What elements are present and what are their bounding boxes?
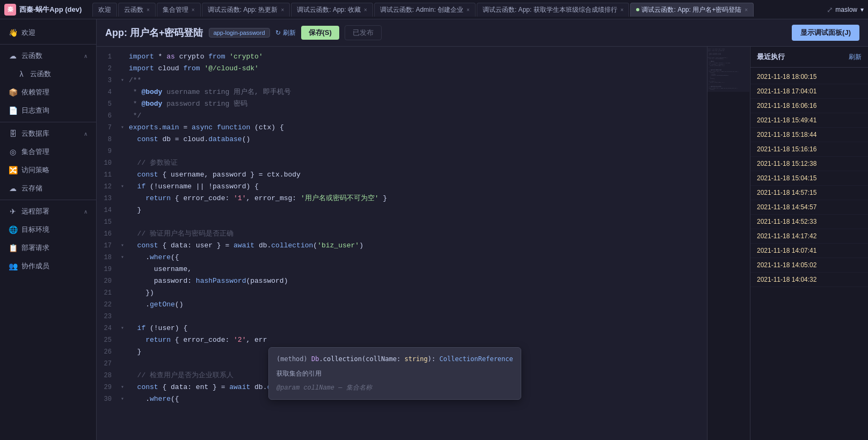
code-editor[interactable]: 1import * as crypto from 'crypto'2import… [97,47,707,440]
execution-item[interactable]: 2021-11-18 16:06:16 [750,99,868,113]
tab-close-icon[interactable]: × [621,7,624,13]
sidebar-item-cloud-fn-sub[interactable]: λ 云函数 [0,65,96,83]
sidebar-item-deps[interactable]: 📦 依赖管理 [0,83,96,101]
execution-item[interactable]: 2021-11-18 15:49:41 [750,113,868,128]
execution-item[interactable]: 2021-11-18 18:00:15 [750,70,868,84]
tab-debug-login[interactable]: 调试云函数: App: 用户名+密码登陆× [630,3,754,17]
tab-close-icon[interactable]: × [281,7,284,13]
sidebar-icon-remote-deploy: ✈ [9,207,17,216]
save-button[interactable]: 保存(S) [301,26,339,40]
tab-welcome[interactable]: 欢迎 [92,3,117,17]
sidebar-item-collaborators[interactable]: 👥 协作成员 [0,257,96,275]
user-area[interactable]: maslow ▾ [835,6,864,13]
code-line: 8 const db = cloud.database() [97,134,707,145]
line-number: 20 [97,275,118,287]
execution-item[interactable]: 2021-11-18 17:04:01 [750,84,868,99]
tab-collection[interactable]: 集合管理× [157,3,201,17]
sidebar-label-cloud-fn: 云函数 [21,51,79,61]
execution-item[interactable]: 2021-11-18 15:12:38 [750,157,868,171]
line-number: 3 [97,75,118,86]
mini-preview: import * as crypto from 'crypto' import … [707,47,750,440]
tab-debug-fav[interactable]: 调试云函数: App: 收藏× [291,3,373,17]
line-fold-icon[interactable]: ▾ [118,75,127,86]
tooltip-title: (method) Db.collection(collName: string)… [276,353,513,365]
line-fold-icon[interactable]: ▾ [118,122,127,134]
tab-close-icon[interactable]: × [147,7,150,13]
line-number: 8 [97,134,118,145]
function-tag-badge: app-login-password [209,28,270,38]
execution-item[interactable]: 2021-11-18 14:52:33 [750,215,868,229]
line-number: 30 [97,393,118,405]
sidebar-item-remote-deploy[interactable]: ✈ 远程部署 ∧ [0,202,96,221]
line-content: .where({ [127,252,707,263]
line-fold-icon[interactable]: ▾ [118,322,127,334]
sidebar-label-access: 访问策略 [21,165,87,175]
line-number: 27 [97,358,118,370]
execution-item[interactable]: 2021-11-18 14:57:15 [750,186,868,200]
line-fold-icon[interactable]: ▾ [118,240,127,252]
line-content: */ [127,110,707,122]
sidebar-label-collection-mgmt: 集合管理 [21,147,87,157]
tab-close-icon[interactable]: × [745,7,748,13]
right-panel-header: 最近执行 刷新 [750,47,868,68]
line-fold-icon[interactable]: ▾ [118,181,127,193]
refresh-button[interactable]: ↻ 刷新 [275,28,296,38]
execution-item[interactable]: 2021-11-18 14:05:02 [750,258,868,273]
sidebar-item-access[interactable]: 🔀 访问策略 [0,161,96,179]
sidebar-divider [0,122,96,122]
line-content: const db = cloud.database() [127,134,707,145]
sidebar-label-storage: 云存储 [21,184,87,193]
sidebar-item-logs[interactable]: 📄 日志查询 [0,101,96,120]
tab-close-icon[interactable]: × [364,7,367,13]
sidebar-item-deploy-req[interactable]: 📋 部署请求 [0,239,96,257]
sidebar-icon-deps: 📦 [9,88,17,97]
sidebar-item-storage[interactable]: ☁ 云存储 [0,179,96,197]
code-line: 24▾ if (!user) { [97,322,707,334]
app-name: 西秦-蜗牛App (dev) [19,5,82,14]
tab-close-icon[interactable]: × [466,7,470,13]
sidebar-item-cloud-fn[interactable]: ☁ 云函数 ∧ [0,47,96,65]
sidebar-label-db: 云数据库 [21,129,79,138]
tab-debug-score[interactable]: 调试云函数: App: 获取学生本班级综合成绩排行× [477,3,630,17]
published-button[interactable]: 已发布 [345,25,382,40]
sidebar-item-welcome[interactable]: 👋 欢迎 [0,24,96,42]
sidebar-icon-db: 🗄 [9,129,17,138]
sidebar-icon-cloud-fn: ☁ [9,52,17,60]
line-number: 22 [97,299,118,311]
sidebar-item-db[interactable]: 🗄 云数据库 ∧ [0,124,96,143]
sidebar-item-collection-mgmt[interactable]: ◎ 集合管理 [0,143,96,161]
tab-close-icon[interactable]: × [192,7,195,13]
sidebar-icon-deploy-req: 📋 [9,244,17,252]
execution-item[interactable]: 2021-11-18 15:16:16 [750,142,868,157]
code-line: 17▾ const { data: user } = await db.coll… [97,240,707,252]
tab-cloud-fn[interactable]: 云函数× [118,3,156,17]
line-fold-icon[interactable]: ▾ [118,252,127,263]
execution-item[interactable]: 2021-11-18 14:04:32 [750,273,868,287]
sidebar-label-target-env: 目标环境 [21,225,87,234]
tab-debug-hot[interactable]: 调试云函数: App: 热更新× [202,3,290,17]
line-content: return { error_code: '2', err [127,334,707,346]
execution-item[interactable]: 2021-11-18 14:17:42 [750,229,868,244]
execution-item[interactable]: 2021-11-18 14:54:57 [750,200,868,215]
line-content: password: hashPassword(password) [127,275,707,287]
sidebar-label-welcome: 欢迎 [21,28,87,38]
editor-area: 1import * as crypto from 'crypto'2import… [97,47,868,440]
sidebar-icon-welcome: 👋 [9,28,17,37]
code-line: 18▾ .where({ [97,252,707,263]
right-panel-refresh-button[interactable]: 刷新 [849,53,862,62]
execution-item[interactable]: 2021-11-18 15:04:15 [750,171,868,186]
execution-item[interactable]: 2021-11-18 14:07:41 [750,244,868,258]
expand-icon[interactable]: ⤢ [827,5,833,14]
tab-label: 调试云函数: App: 收藏 [297,5,361,14]
sidebar-item-target-env[interactable]: 🌐 目标环境 [0,221,96,239]
tab-label: 调试云函数: Admin: 创建企业 [380,5,463,14]
code-line: 20 password: hashPassword(password) [97,275,707,287]
line-fold-icon[interactable]: ▾ [118,382,127,393]
show-debug-panel-button[interactable]: 显示调试面板(J) [792,25,859,41]
tab-debug-admin[interactable]: 调试云函数: Admin: 创建企业× [374,3,476,17]
tooltip-desc: 获取集合的引用 [276,368,513,380]
line-fold-icon[interactable]: ▾ [118,393,127,405]
execution-item[interactable]: 2021-11-18 15:18:44 [750,128,868,142]
line-content: import * as crypto from 'crypto' [127,51,707,63]
sidebar-icon-access: 🔀 [9,166,17,174]
